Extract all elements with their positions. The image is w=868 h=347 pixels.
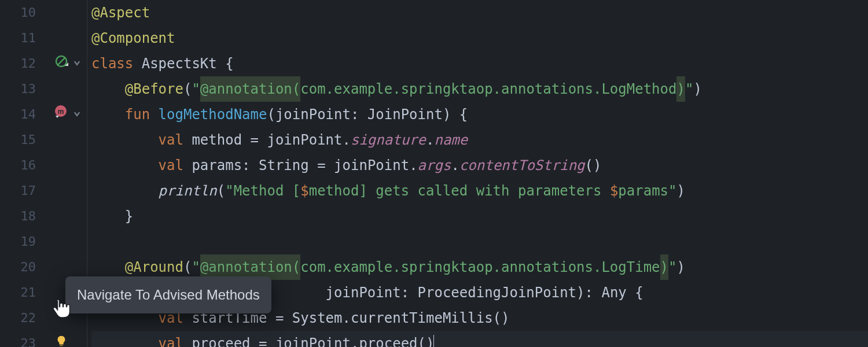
line-number: 23 <box>0 331 36 347</box>
intention-bulb-icon[interactable] <box>55 331 68 347</box>
code-line[interactable] <box>91 229 868 254</box>
line-number: 20 <box>0 254 36 280</box>
code-line[interactable]: println("Method [$method] gets called wi… <box>91 178 868 204</box>
line-number: 11 <box>0 25 36 51</box>
line-number: 18 <box>0 204 36 229</box>
fold-toggle-icon[interactable] <box>72 51 82 76</box>
code-line[interactable]: } <box>91 204 868 229</box>
fold-toggle-icon[interactable] <box>72 102 82 127</box>
svg-text:m: m <box>58 108 64 116</box>
gutter-tooltip: Navigate To Advised Methods <box>65 276 271 313</box>
code-line[interactable]: class AspectsKt { <box>91 51 868 76</box>
svg-rect-6 <box>60 345 63 346</box>
line-number: 17 <box>0 178 36 204</box>
svg-line-1 <box>58 58 65 65</box>
code-line[interactable]: @Aspect <box>91 0 868 25</box>
code-line[interactable]: val proceed = joinPoint.proceed() <box>91 331 868 347</box>
code-line[interactable]: val params: String = joinPoint.args.cont… <box>91 153 868 178</box>
line-number: 15 <box>0 127 36 153</box>
line-number: 22 <box>0 305 36 331</box>
line-number: 14 <box>0 102 36 127</box>
line-number: 10 <box>0 0 36 25</box>
line-number: 16 <box>0 153 36 178</box>
no-usages-icon[interactable] <box>54 51 68 76</box>
line-number: 21 <box>0 280 36 305</box>
code-line[interactable]: val method = joinPoint.signature.name <box>91 127 868 153</box>
code-line[interactable]: @Component <box>91 25 868 51</box>
text-caret <box>433 335 434 347</box>
pointer-cursor-icon <box>51 297 71 328</box>
aop-navigate-icon[interactable]: m <box>53 102 68 127</box>
code-editor[interactable]: 10 11 12 13 14 m <box>0 0 868 347</box>
line-number: 19 <box>0 229 36 254</box>
tooltip-text: Navigate To Advised Methods <box>77 287 260 302</box>
line-number: 13 <box>0 76 36 102</box>
code-line[interactable]: @Before("@annotation(com.example.springk… <box>91 76 868 102</box>
line-number: 12 <box>0 51 36 76</box>
code-line[interactable]: fun logMethodName(joinPoint: JoinPoint) … <box>91 102 868 127</box>
